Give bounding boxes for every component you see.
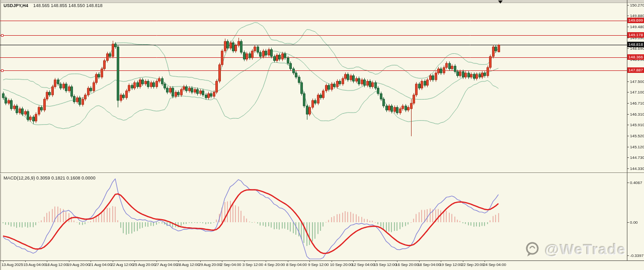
- ohlc-values-label: 148.565 148.855 148.550 148.818: [33, 3, 103, 8]
- level-price-badge: 147.887: [627, 67, 644, 73]
- date-axis[interactable]: [0, 260, 644, 270]
- macd-indicator-label: MACD(12,26,9) 0.3059 0.1821 0.1608 0.000…: [4, 175, 96, 181]
- level-price-badge: 149.178: [627, 32, 644, 38]
- level-price-badge: 149.699: [627, 18, 644, 23]
- symbol-timeframe-label: USDJPY,H4: [4, 3, 28, 8]
- watermark: @WeTrade: [524, 241, 626, 258]
- price-chart-canvas[interactable]: [0, 0, 644, 270]
- bid-price-badge: 148.818: [627, 42, 644, 47]
- wetrade-logo-icon: [524, 241, 540, 257]
- price-axis[interactable]: [627, 0, 644, 260]
- level-price-badge: 148.366: [627, 54, 644, 60]
- chart-title: USDJPY,H4148.565 148.855 148.550 148.818: [4, 3, 103, 8]
- watermark-text: @WeTrade: [544, 241, 626, 258]
